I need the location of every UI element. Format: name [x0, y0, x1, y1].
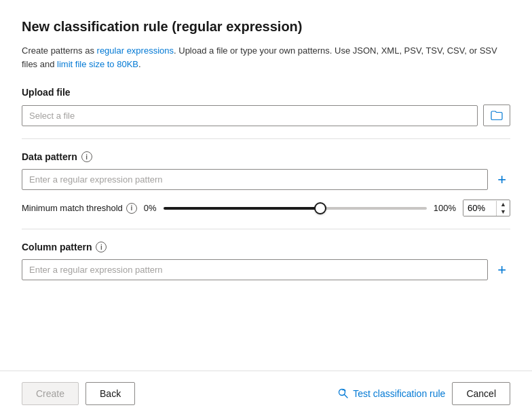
threshold-spinner-input[interactable]	[463, 200, 496, 216]
data-pattern-row: +	[22, 169, 510, 190]
threshold-row: Minimum match threshold i 0% 100% ▲ ▼	[22, 200, 510, 216]
footer: Create Back Test classification rule Can…	[0, 371, 532, 416]
threshold-slider-container	[164, 202, 427, 215]
column-pattern-row: +	[22, 259, 510, 280]
data-pattern-label: Data pattern i	[22, 151, 510, 162]
test-classification-link[interactable]: Test classification rule	[338, 388, 445, 399]
column-pattern-info-icon[interactable]: i	[96, 242, 107, 252]
threshold-max-label: 100%	[434, 203, 456, 213]
description: Create patterns as regular expressions. …	[22, 44, 510, 71]
file-size-link[interactable]: limit file size to 80KB	[57, 59, 138, 69]
back-button[interactable]: Back	[86, 382, 135, 405]
browse-button[interactable]	[483, 105, 510, 126]
test-icon	[338, 388, 349, 399]
divider-1	[22, 138, 510, 139]
threshold-decrement-button[interactable]: ▼	[497, 208, 510, 216]
cancel-button[interactable]: Cancel	[452, 382, 510, 405]
data-pattern-input[interactable]	[22, 169, 488, 190]
create-button[interactable]: Create	[22, 382, 79, 405]
divider-2	[22, 229, 510, 229]
threshold-spinner: ▲ ▼	[463, 200, 510, 216]
threshold-min-label: 0%	[144, 203, 157, 213]
data-pattern-add-button[interactable]: +	[493, 171, 510, 189]
threshold-increment-button[interactable]: ▲	[497, 201, 510, 208]
upload-file-row	[22, 105, 510, 126]
folder-icon	[491, 109, 503, 121]
threshold-spinner-arrows: ▲ ▼	[496, 201, 510, 216]
upload-file-input[interactable]	[22, 105, 478, 126]
regex-link[interactable]: regular expressions	[97, 45, 174, 56]
column-pattern-add-button[interactable]: +	[493, 261, 510, 279]
threshold-info-icon[interactable]: i	[126, 203, 137, 214]
page-title: New classification rule (regular express…	[22, 19, 510, 35]
column-pattern-input[interactable]	[22, 259, 488, 280]
data-pattern-info-icon[interactable]: i	[81, 151, 92, 162]
threshold-slider[interactable]	[164, 207, 427, 210]
footer-right: Test classification rule Cancel	[338, 382, 510, 405]
column-pattern-label: Column pattern i	[22, 242, 510, 252]
threshold-label: Minimum match threshold i	[22, 203, 137, 214]
svg-line-1	[345, 395, 348, 398]
upload-file-label: Upload file	[22, 87, 510, 98]
